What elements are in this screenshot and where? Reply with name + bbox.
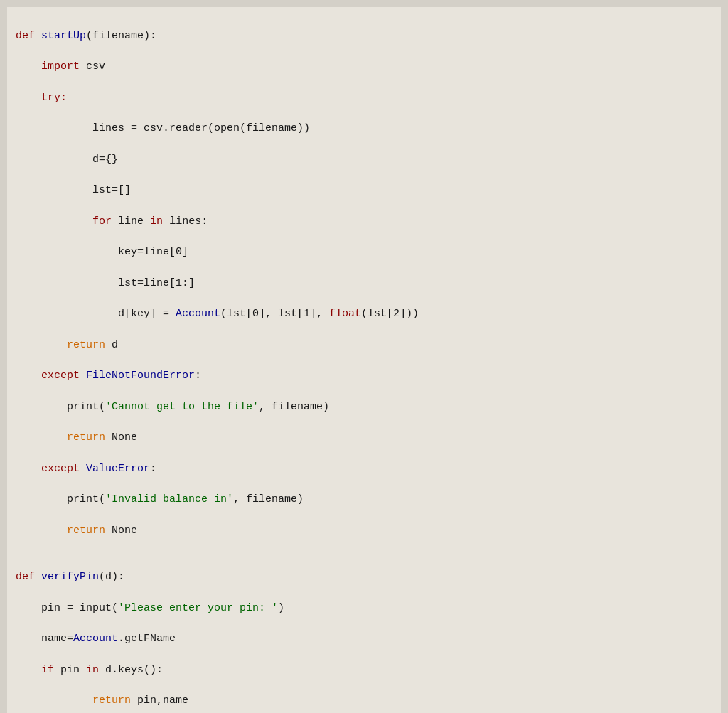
code-line: def verifyPin(d):: [16, 569, 712, 585]
code-editor: def startUp(filename): import csv try: l…: [7, 7, 721, 713]
code-line: lst=[]: [16, 183, 712, 198]
code-line: return None: [16, 523, 712, 539]
code-line: pin = input('Please enter your pin: '): [16, 601, 712, 616]
code-line: except ValueError:: [16, 461, 712, 477]
code-line: print('Cannot get to the file', filename…: [16, 400, 712, 415]
code-line: return d: [16, 338, 712, 353]
code-line: return None: [16, 430, 712, 446]
code-line: if pin in d.keys():: [16, 663, 712, 678]
code-line: import csv: [16, 59, 712, 75]
code-line: return pin,name: [16, 693, 712, 709]
code-line: name=Account.getFName: [16, 631, 712, 647]
code-line: d[key] = Account(lst[0], lst[1], float(l…: [16, 306, 712, 322]
code-line: lst=line[1:]: [16, 276, 712, 291]
code-line: key=line[0]: [16, 245, 712, 260]
code-line: print('Invalid balance in', filename): [16, 492, 712, 508]
code-line: lines = csv.reader(open(filename)): [16, 121, 712, 136]
code-line: for line in lines:: [16, 214, 712, 230]
code-line: d={}: [16, 152, 712, 168]
code-line: try:: [16, 90, 712, 106]
code-line: def startUp(filename):: [16, 28, 712, 44]
code-line: except FileNotFoundError:: [16, 368, 712, 384]
